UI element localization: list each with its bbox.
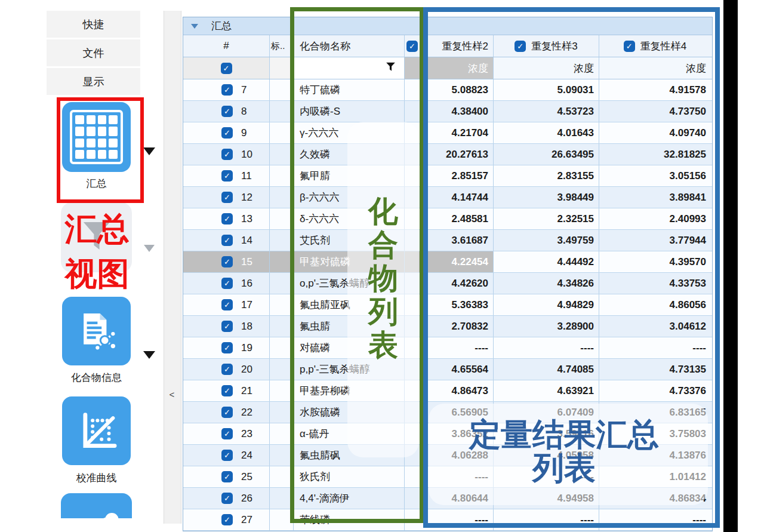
row-number: 8 — [241, 106, 247, 118]
row-number: 12 — [241, 192, 252, 204]
row-number: 27 — [241, 514, 252, 526]
green-annotation-text: 化 合 物 列 表 — [366, 196, 401, 361]
row-select-cell: 8 — [183, 101, 270, 122]
row-checkbox[interactable] — [221, 450, 233, 461]
row-number: 20 — [241, 364, 252, 376]
row-number: 13 — [241, 213, 252, 225]
row-number: 11 — [241, 170, 252, 182]
row-checkbox[interactable] — [221, 278, 233, 289]
sidebar-menu: 快捷 文件 显示 — [47, 11, 140, 97]
blue-annotation-text: 定量结果汇总 列表 — [439, 418, 689, 485]
select-all-cell[interactable] — [183, 57, 270, 79]
red-annotation-text: 汇总 视图 — [48, 207, 146, 296]
row-checkbox[interactable] — [221, 364, 233, 375]
row-select-cell: 17 — [183, 294, 270, 315]
row-number: 23 — [241, 428, 252, 440]
row-checkbox[interactable] — [221, 342, 233, 353]
calibration-curve-glyph — [72, 407, 121, 456]
peak-glyph — [73, 502, 121, 518]
row-select-cell: 16 — [183, 273, 270, 294]
group-title: 汇总 — [211, 19, 232, 33]
row-select-cell: 12 — [183, 187, 270, 208]
green-annotation-box — [290, 7, 424, 523]
row-checkbox[interactable] — [221, 192, 233, 203]
row-number: 14 — [241, 235, 252, 247]
row-checkbox[interactable] — [221, 106, 233, 117]
row-select-cell: 23 — [183, 423, 270, 444]
sidebar-item-file[interactable]: 文件 — [47, 39, 140, 68]
row-checkbox[interactable] — [221, 407, 233, 418]
row-number: 21 — [241, 385, 252, 397]
row-checkbox[interactable] — [221, 321, 233, 332]
row-select-cell: 7 — [183, 79, 270, 100]
row-select-cell: 10 — [183, 144, 270, 165]
row-select-cell: 20 — [183, 359, 270, 380]
red-annotation-box — [57, 97, 144, 203]
chromatogram-tool-icon[interactable] — [61, 493, 132, 518]
row-number: 19 — [241, 342, 252, 354]
row-number: 24 — [241, 450, 252, 462]
row-select-cell: 22 — [183, 402, 270, 423]
row-number: 9 — [241, 127, 247, 139]
row-checkbox[interactable] — [221, 428, 233, 439]
row-select-cell: 15 — [183, 251, 270, 272]
row-number: 17 — [241, 299, 252, 311]
row-select-cell: 25 — [183, 466, 270, 487]
row-checkbox[interactable] — [221, 84, 233, 96]
collapse-handle[interactable]: < — [164, 389, 180, 399]
calibration-curve-label: 校准曲线 — [51, 471, 142, 485]
row-select-cell: 9 — [183, 122, 270, 143]
select-all-checkbox[interactable] — [221, 63, 232, 74]
sidebar-item-quick[interactable]: 快捷 — [47, 11, 140, 39]
compound-info-dropdown-icon[interactable] — [143, 351, 155, 359]
row-select-cell: 11 — [183, 165, 270, 186]
row-select-cell: 26 — [183, 488, 270, 509]
row-checkbox[interactable] — [221, 471, 233, 482]
row-number: 22 — [241, 407, 252, 419]
row-select-cell: 13 — [183, 208, 270, 229]
row-checkbox[interactable] — [221, 149, 233, 160]
row-number: 26 — [241, 493, 252, 505]
document-molecule-glyph — [72, 307, 121, 356]
summary-dropdown-icon[interactable] — [143, 147, 155, 155]
row-number: 25 — [241, 471, 252, 483]
row-checkbox[interactable] — [221, 235, 233, 246]
row-checkbox[interactable] — [221, 493, 233, 504]
row-checkbox[interactable] — [221, 514, 233, 525]
row-select-cell: 21 — [183, 380, 270, 401]
compound-info-icon[interactable] — [62, 297, 131, 365]
row-select-cell: 18 — [183, 316, 270, 337]
row-number: 7 — [241, 84, 247, 96]
row-number: 15 — [241, 256, 252, 268]
panel-splitter[interactable] — [164, 11, 181, 524]
row-number: 16 — [241, 278, 252, 290]
row-select-cell: 24 — [183, 445, 270, 466]
partial-tool-clip — [61, 493, 132, 518]
right-black-bar — [723, 0, 738, 532]
row-checkbox[interactable] — [221, 256, 233, 267]
row-select-cell: 14 — [183, 230, 270, 251]
row-checkbox[interactable] — [221, 127, 233, 139]
row-checkbox[interactable] — [221, 213, 233, 225]
row-checkbox[interactable] — [221, 170, 233, 182]
sidebar-item-display[interactable]: 显示 — [47, 68, 140, 97]
row-checkbox[interactable] — [221, 299, 233, 310]
row-select-cell: 27 — [183, 509, 270, 530]
collapse-triangle-icon[interactable] — [191, 24, 198, 29]
compound-info-label: 化合物信息 — [45, 371, 148, 385]
row-select-cell: 19 — [183, 337, 270, 358]
row-checkbox[interactable] — [221, 385, 233, 396]
col-header-index[interactable]: # — [183, 35, 270, 57]
row-number: 18 — [241, 321, 252, 333]
calibration-curve-icon[interactable] — [62, 396, 131, 465]
row-number: 10 — [241, 149, 252, 161]
app-window: 快捷 文件 显示 汇总 汇总 视图 — [0, 0, 764, 532]
